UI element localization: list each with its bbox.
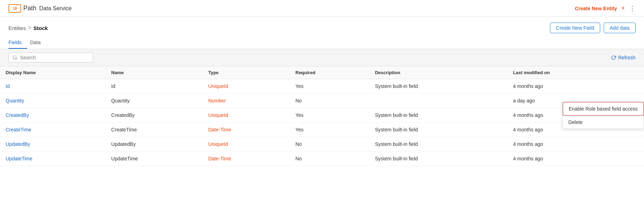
table-row[interactable]: CreateTime CreateTime Date-Time Yes Syst… <box>0 123 644 137</box>
logo-box: Ui <box>8 4 21 13</box>
cell-description: System built-in field <box>369 79 507 94</box>
cell-display-name[interactable]: CreateTime <box>0 123 106 137</box>
main-header: Ui Path Data Service Create New Entity +… <box>0 0 644 17</box>
cell-display-name[interactable]: Quantity <box>0 94 106 108</box>
cell-description <box>369 94 507 108</box>
breadcrumb-current: Stock <box>34 25 48 31</box>
cell-required: Yes <box>290 108 369 123</box>
table-row[interactable]: Quantity Quantity Number No a day ago <box>0 94 644 108</box>
cell-last-modified: 4 months ago <box>507 79 630 94</box>
breadcrumb-separator: > <box>28 25 31 31</box>
breadcrumb-entities[interactable]: Entities <box>8 25 26 31</box>
table-header: Display Name Name Type Required Descript… <box>0 66 644 79</box>
table-row[interactable]: UpdatedBy UpdatedBy UniqueId No System b… <box>0 137 644 152</box>
cell-description: System built-in field <box>369 108 507 123</box>
cell-row-action <box>630 152 644 166</box>
col-type: Type <box>202 66 290 79</box>
logo-path-text: Path <box>23 5 36 12</box>
cell-description: System built-in field <box>369 137 507 152</box>
refresh-label: Refresh <box>618 55 636 60</box>
cell-name: Quantity <box>106 94 203 108</box>
refresh-icon <box>611 55 616 60</box>
logo-ui-text: Ui <box>13 6 17 11</box>
cell-description: System built-in field <box>369 123 507 137</box>
tab-fields[interactable]: Fields <box>8 36 27 49</box>
cell-last-modified: 4 months ago <box>507 152 630 166</box>
cell-type: UniqueId <box>202 79 290 94</box>
svg-line-1 <box>16 59 17 60</box>
search-icon <box>12 55 17 60</box>
cell-row-action <box>630 79 644 94</box>
fields-table: Display Name Name Type Required Descript… <box>0 66 644 166</box>
cell-name: CreatedBy <box>106 108 203 123</box>
table-row[interactable]: CreatedBy CreatedBy UniqueId Yes System … <box>0 108 644 123</box>
cell-required: Yes <box>290 123 369 137</box>
table-body: Id Id UniqueId Yes System built-in field… <box>0 79 644 166</box>
cell-display-name[interactable]: Id <box>0 79 106 94</box>
cell-type: UniqueId <box>202 108 290 123</box>
cell-type: Date-Time <box>202 152 290 166</box>
table-row[interactable]: Id Id UniqueId Yes System built-in field… <box>0 79 644 94</box>
col-actions <box>630 66 644 79</box>
cell-required: No <box>290 152 369 166</box>
table-row[interactable]: UpdateTime UpdateTime Date-Time No Syste… <box>0 152 644 166</box>
tabs-container: Fields Data <box>0 36 644 49</box>
col-description: Description <box>369 66 507 79</box>
col-last-modified: Last modified on <box>507 66 630 79</box>
cell-name: UpdateTime <box>106 152 203 166</box>
toolbar: Refresh <box>0 49 644 66</box>
cell-required: No <box>290 94 369 108</box>
context-menu-enable-role[interactable]: Enable Role based field access <box>563 102 644 116</box>
tab-data[interactable]: Data <box>30 36 46 49</box>
plus-icon[interactable]: + <box>621 5 625 12</box>
create-new-field-button[interactable]: Create New Field <box>550 23 600 33</box>
logo-container: Ui Path Data Service <box>8 4 72 13</box>
cell-type: Date-Time <box>202 123 290 137</box>
subheader-actions: Create New Field Add data <box>550 23 636 33</box>
cell-row-action <box>630 137 644 152</box>
cell-description: System built-in field <box>369 152 507 166</box>
cell-display-name[interactable]: UpdatedBy <box>0 137 106 152</box>
cell-last-modified: 4 months ago <box>507 137 630 152</box>
subheader: Entities > Stock Create New Field Add da… <box>0 17 644 33</box>
menu-icon[interactable]: ⋮ <box>629 5 636 12</box>
header-left: Ui Path Data Service <box>8 4 72 13</box>
create-entity-button[interactable]: Create New Entity <box>575 6 617 11</box>
col-name: Name <box>106 66 203 79</box>
cell-required: No <box>290 137 369 152</box>
logo-service-text: Data Service <box>39 5 72 12</box>
search-input[interactable] <box>20 55 89 60</box>
cell-name: Id <box>106 79 203 94</box>
cell-display-name[interactable]: CreatedBy <box>0 108 106 123</box>
col-required: Required <box>290 66 369 79</box>
cell-type: UniqueId <box>202 137 290 152</box>
search-box <box>8 53 93 63</box>
cell-name: UpdatedBy <box>106 137 203 152</box>
refresh-button[interactable]: Refresh <box>611 55 636 60</box>
cell-required: Yes <box>290 79 369 94</box>
cell-display-name[interactable]: UpdateTime <box>0 152 106 166</box>
col-display-name: Display Name <box>0 66 106 79</box>
cell-type: Number <box>202 94 290 108</box>
add-data-button[interactable]: Add data <box>604 23 636 33</box>
context-menu: Enable Role based field access Delete <box>562 102 644 129</box>
breadcrumb: Entities > Stock <box>8 25 48 31</box>
header-right: Create New Entity + ⋮ <box>575 5 636 12</box>
main-content: Display Name Name Type Required Descript… <box>0 66 644 166</box>
table-container: Display Name Name Type Required Descript… <box>0 66 644 166</box>
cell-name: CreateTime <box>106 123 203 137</box>
context-menu-delete[interactable]: Delete <box>563 116 644 129</box>
